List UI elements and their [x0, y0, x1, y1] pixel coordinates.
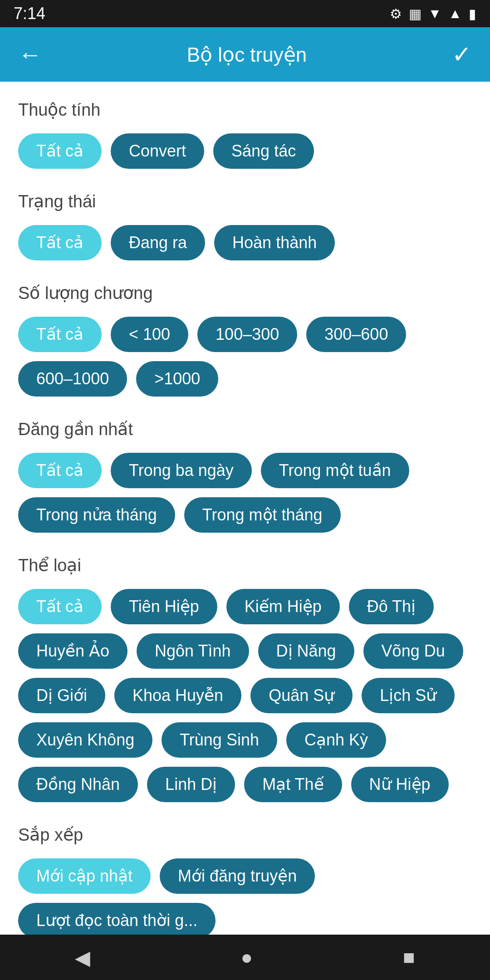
- section-label-thuoc-tinh: Thuộc tính: [18, 100, 472, 120]
- chip-tat-ca-2[interactable]: Tất cả: [18, 225, 102, 260]
- chip-hoan-thanh[interactable]: Hoàn thành: [214, 225, 335, 260]
- chip-trong-mot-tuan[interactable]: Trong một tuần: [261, 453, 409, 488]
- chip-di-nang[interactable]: Dị Năng: [258, 633, 354, 669]
- chip-di-gioi[interactable]: Dị Giới: [18, 678, 105, 713]
- chip-quan-su[interactable]: Quân Sự: [250, 678, 353, 713]
- chip-linh-di[interactable]: Linh Dị: [147, 767, 235, 802]
- chip-huyen-ao[interactable]: Huyền Ảo: [18, 633, 127, 669]
- chip-trung-sinh[interactable]: Trùng Sinh: [162, 722, 277, 758]
- app-bar-title: Bộ lọc truyện: [187, 43, 307, 66]
- content: Thuộc tínhTất cảConvertSáng tácTrạng thá…: [0, 82, 490, 979]
- app-bar: ← Bộ lọc truyện ✓: [0, 27, 490, 82]
- chips-row-trang-thai: Tất cảĐang raHoàn thành: [18, 225, 472, 260]
- back-button[interactable]: ←: [18, 41, 42, 68]
- signal-icon: ▲: [448, 6, 462, 21]
- section-trang-thai: Trạng tháiTất cảĐang raHoàn thành: [18, 191, 472, 260]
- chip-tat-ca-4[interactable]: Tất cả: [18, 453, 102, 488]
- section-dang-gan-nhat: Đăng gần nhấtTất cảTrong ba ngàyTrong mộ…: [18, 419, 472, 533]
- chip-600-1000[interactable]: 600–1000: [18, 361, 127, 397]
- chip-tien-hiep[interactable]: Tiên Hiệp: [111, 589, 217, 624]
- nav-recent-button[interactable]: ■: [403, 946, 415, 969]
- chip-lich-su[interactable]: Lịch Sử: [362, 678, 455, 713]
- section-so-luong-chuong: Số lượng chươngTất cả< 100100–300300–600…: [18, 283, 472, 397]
- chip-tat-ca-5[interactable]: Tất cả: [18, 589, 102, 624]
- battery-icon: ▮: [469, 6, 476, 22]
- chip-do-thi[interactable]: Đô Thị: [349, 589, 434, 624]
- section-label-the-loai: Thể loại: [18, 555, 472, 575]
- chip-dong-nhan[interactable]: Đồng Nhân: [18, 767, 138, 802]
- chip-convert[interactable]: Convert: [111, 133, 204, 169]
- chip-vong-du[interactable]: Võng Du: [363, 633, 463, 669]
- chips-row-thuoc-tinh: Tất cảConvertSáng tác: [18, 133, 472, 169]
- chips-row-dang-gan-nhat: Tất cảTrong ba ngàyTrong một tuầnTrong n…: [18, 453, 472, 533]
- status-icons: ⚙ ▦ ▼ ▲ ▮: [390, 6, 476, 22]
- wifi-icon: ▼: [428, 6, 442, 21]
- chip-trong-nua-thang[interactable]: Trong nửa tháng: [18, 497, 175, 533]
- status-time: 7:14: [14, 4, 45, 23]
- section-label-trang-thai: Trạng thái: [18, 191, 472, 211]
- chip-xuyen-khong[interactable]: Xuyên Không: [18, 722, 152, 758]
- chip-khoa-huyen[interactable]: Khoa Huyễn: [114, 678, 241, 713]
- chips-row-the-loai: Tất cảTiên HiệpKiếm HiệpĐô ThịHuyền ẢoNg…: [18, 589, 472, 802]
- chip-trong-ba-ngay[interactable]: Trong ba ngày: [111, 453, 252, 488]
- chips-row-sap-xep: Mới cập nhậtMới đăng truyệnLượt đọc toàn…: [18, 858, 472, 938]
- chip-trong-mot-thang[interactable]: Trong một tháng: [184, 497, 341, 533]
- section-the-loai: Thể loạiTất cảTiên HiệpKiếm HiệpĐô ThịHu…: [18, 555, 472, 802]
- chip-300-600[interactable]: 300–600: [306, 317, 406, 352]
- chip-lt-100[interactable]: < 100: [111, 317, 188, 352]
- chip-kiem-hiep[interactable]: Kiếm Hiệp: [226, 589, 340, 624]
- chip-canh-ky[interactable]: Cạnh Kỳ: [286, 722, 386, 758]
- section-label-dang-gan-nhat: Đăng gần nhất: [18, 419, 472, 439]
- section-sap-xep: Sắp xếpMới cập nhậtMới đăng truyệnLượt đ…: [18, 825, 472, 938]
- chip-mat-the[interactable]: Mạt Thế: [244, 767, 342, 802]
- chip-tat-ca-1[interactable]: Tất cả: [18, 133, 102, 169]
- chip-100-300[interactable]: 100–300: [197, 317, 297, 352]
- chip-dang-ra[interactable]: Đang ra: [111, 225, 205, 260]
- status-bar: 7:14 ⚙ ▦ ▼ ▲ ▮: [0, 0, 490, 27]
- chips-row-so-luong-chuong: Tất cả< 100100–300300–600600–1000>1000: [18, 317, 472, 397]
- nav-home-button[interactable]: ●: [240, 946, 253, 969]
- section-label-sap-xep: Sắp xếp: [18, 825, 472, 845]
- bottom-nav: ◀ ● ■: [0, 935, 490, 980]
- chip-ngon-tinh[interactable]: Ngôn Tình: [137, 633, 249, 669]
- chip-moi-cap-nhat[interactable]: Mới cập nhật: [18, 858, 151, 894]
- chip-tat-ca-3[interactable]: Tất cả: [18, 317, 102, 352]
- settings-icon: ⚙: [390, 6, 402, 22]
- confirm-button[interactable]: ✓: [452, 41, 472, 68]
- chip-moi-dang-truyen[interactable]: Mới đăng truyện: [160, 858, 315, 894]
- chip-nu-hiep[interactable]: Nữ Hiệp: [351, 767, 449, 802]
- section-thuoc-tinh: Thuộc tínhTất cảConvertSáng tác: [18, 100, 472, 169]
- chip-sang-tac[interactable]: Sáng tác: [213, 133, 314, 169]
- nav-back-button[interactable]: ◀: [75, 946, 90, 969]
- chip-gt-1000[interactable]: >1000: [136, 361, 218, 397]
- chip-luot-doc-toan-thoi-g[interactable]: Lượt đọc toàn thời g...: [18, 903, 216, 938]
- sim-icon: ▦: [409, 6, 421, 22]
- section-label-so-luong-chuong: Số lượng chương: [18, 283, 472, 303]
